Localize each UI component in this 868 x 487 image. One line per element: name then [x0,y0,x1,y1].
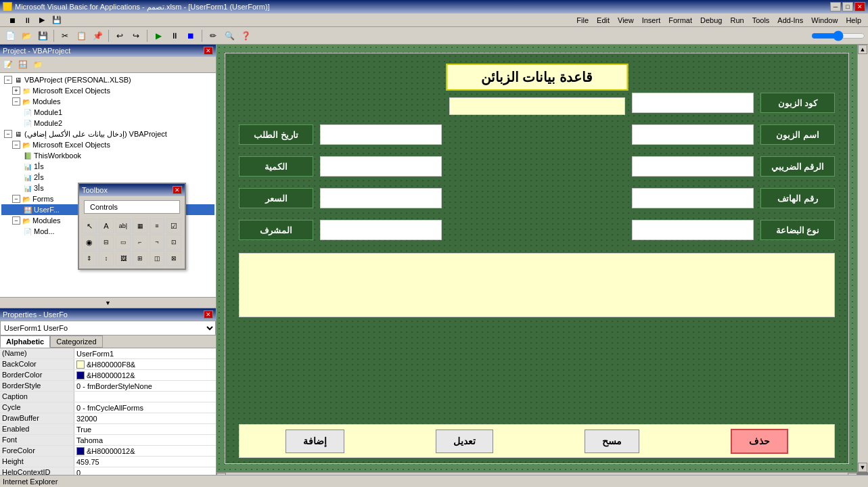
input-customer-name[interactable] [632,124,754,145]
designer-canvas[interactable]: قاعدة بيانات الزبائن كود الزبون اسم الزب… [216,45,857,472]
tool-select[interactable]: ↖ [82,218,97,233]
input-phone[interactable] [632,188,754,208]
tb-design[interactable]: ✏ [206,29,221,43]
restore-button[interactable]: □ [842,2,853,11]
tb-stop[interactable]: ⏹ [5,14,19,26]
prop-value[interactable] [74,392,216,402]
tree-item[interactable]: 📄 Module2 [1,118,214,129]
tb-new[interactable]: 📄 [3,29,18,43]
btn-edit[interactable]: تعديل [436,430,493,453]
input-customer-code[interactable] [632,93,754,113]
tool-frame[interactable]: ▭ [116,235,131,250]
tree-item[interactable]: 📗 ThisWorkbook [1,150,214,161]
input-order-date[interactable] [320,124,442,145]
tree-item[interactable]: 📊 2أs [1,172,214,183]
btn-clear[interactable]: مسح [585,430,639,453]
tb-open[interactable]: 📂 [19,29,34,43]
tool-commandbutton[interactable]: ⌐ [133,235,147,250]
prop-value[interactable]: UserForm1 [74,348,216,358]
tree-expander[interactable]: − [12,97,20,106]
tree-expander[interactable]: + [12,87,20,95]
menu-file[interactable]: File [572,15,593,26]
menu-insert[interactable]: Insert [638,15,665,26]
menu-view[interactable]: View [614,15,638,26]
tool-tabstrip[interactable]: ¬ [150,235,164,250]
tb-stop2[interactable]: ⏹ [183,29,198,43]
tool-spinbutton[interactable]: ↕ [99,251,114,266]
menu-run[interactable]: Run [726,15,748,26]
tool-scrollbar[interactable]: ⇕ [82,251,97,266]
tree-expander[interactable]: − [4,76,12,84]
tb-pause[interactable]: ⏸ [20,14,34,26]
tree-expander[interactable]: − [4,130,12,138]
tool-radiobutton[interactable]: ◉ [82,235,97,250]
tb-run2[interactable]: ▶ [151,29,166,43]
tree-expander[interactable]: − [12,195,20,203]
tree-expander[interactable]: − [12,141,20,149]
tb-save[interactable]: 💾 [50,14,64,26]
prop-value[interactable]: Tahoma [74,435,216,445]
input-quantity[interactable] [320,156,442,177]
properties-close[interactable]: ✕ [204,310,213,319]
menu-help[interactable]: Help [842,15,865,26]
tree-expander[interactable]: − [12,216,20,225]
tool-listbox[interactable]: ≡ [150,218,164,233]
tb-cut[interactable]: ✂ [58,29,72,43]
menu-addins[interactable]: Add-Ins [773,15,807,26]
btn-add[interactable]: إضافة [285,430,344,453]
tree-item[interactable]: − 🖥 VBAProject (PERSONAL.XLSB) [1,74,214,85]
tool-togglebutton[interactable]: ⊟ [99,235,114,250]
prop-value[interactable]: 0 - fmBorderStyleNone [74,381,216,391]
tool-textbox[interactable]: ab| [116,218,131,233]
close-button[interactable]: ✕ [854,2,865,11]
properties-object-select[interactable]: UserForm1 UserFo [0,321,216,335]
proj-folder[interactable]: 📁 [31,59,45,71]
toolbox-close-btn[interactable]: ✕ [173,186,182,194]
tb-paste[interactable]: 📌 [90,29,105,43]
menu-tools[interactable]: Tools [748,15,774,26]
tool-combobox[interactable]: ▦ [133,218,147,233]
input-price[interactable] [320,188,442,208]
userform-canvas[interactable]: قاعدة بيانات الزبائن كود الزبون اسم الزب… [225,53,849,464]
prop-value[interactable]: &H80000012& [74,446,216,456]
tool-refeditor[interactable]: ⊞ [133,251,147,266]
form-designer[interactable]: قاعدة بيانات الزبائن كود الزبون اسم الزب… [216,45,868,483]
menu-debug[interactable]: Debug [696,15,726,26]
tree-item[interactable]: 📄 Module1 [1,107,214,118]
prop-value[interactable]: &H800000F8& [74,359,216,369]
menu-window[interactable]: Window [807,15,842,26]
btn-delete[interactable]: حذف [731,429,788,454]
tb-redo[interactable]: ↪ [129,29,143,43]
scroll-down[interactable]: ▼ [0,297,216,308]
tree-item[interactable]: 📊 1أs [1,161,214,172]
tool-image[interactable]: 🖼 [116,251,131,266]
menu-format[interactable]: Format [664,15,696,26]
tab-alphabetic[interactable]: Alphabetic [0,335,50,348]
proj-view-form[interactable]: 🪟 [16,59,30,71]
tool-checkbox[interactable]: ☑ [166,218,181,233]
tree-item[interactable]: + 📁 Microsoft Excel Objects [1,85,214,96]
prop-value[interactable]: 32000 [74,413,216,423]
tree-item[interactable]: − 📂 Microsoft Excel Objects [1,139,214,150]
prop-value[interactable]: True [74,424,216,434]
menu-edit[interactable]: Edit [593,15,614,26]
tool-extra1[interactable]: ◫ [150,251,164,266]
prop-value[interactable]: 0 - fmCycleAllForms [74,402,216,413]
vscroll[interactable]: ▲ ▼ [857,45,868,472]
form-notes-area[interactable] [239,253,835,317]
tb-debug[interactable]: 🔍 [222,29,237,43]
prop-value[interactable]: &H80000012& [74,370,216,380]
tool-extra2[interactable]: ⊠ [166,251,181,266]
tb-undo[interactable]: ↩ [112,29,127,43]
vscroll-up[interactable]: ▲ [858,45,867,54]
form-search-input[interactable] [449,97,625,115]
tree-item[interactable]: − 📂 Modules [1,96,214,107]
tb-pause2[interactable]: ⏸ [167,29,182,43]
tb-save2[interactable]: 💾 [35,29,50,43]
zoom-slider[interactable] [811,30,865,41]
tb-run[interactable]: ▶ [35,14,49,26]
proj-view-code[interactable]: 📝 [1,59,15,71]
input-tax-number[interactable] [632,156,754,177]
toolbox-tab-controls[interactable]: Controls [84,200,180,214]
input-supervisor[interactable] [320,220,442,240]
